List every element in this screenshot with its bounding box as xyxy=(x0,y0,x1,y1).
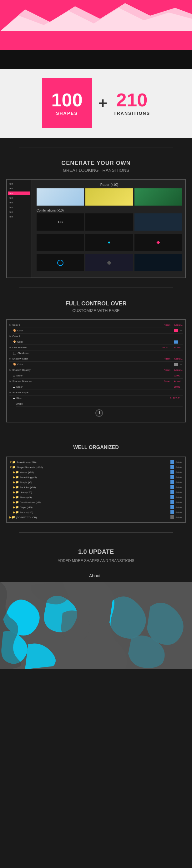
folder-row-10: ▶📁 Bursts (x10) Folder xyxy=(13,510,183,515)
shapes-block: 100 SHAPES xyxy=(42,78,92,128)
ctrl-opacity-value[interactable]: 22.00 xyxy=(171,374,180,377)
slider-icon-3: ▬ xyxy=(13,397,15,399)
folder-name-10: Bursts (x10) xyxy=(20,511,170,514)
folder-panel: ▼📁 Transitions (x210) Folder ▼📁 Shape El… xyxy=(6,457,186,523)
paper-grid xyxy=(37,188,182,206)
folder-section-header: WELL ORGANIZED xyxy=(0,441,192,454)
ctrl-color1-about[interactable]: About... xyxy=(174,323,183,327)
ctrl-color1-reset[interactable]: Reset xyxy=(161,323,170,327)
folder-icon-4: ▶📁 xyxy=(13,480,19,484)
sidebar-item-6[interactable]: item xyxy=(8,206,30,209)
fx-label-6: fx xyxy=(9,380,11,382)
sidebar-item-2[interactable]: item xyxy=(8,187,30,190)
folder-color-9 xyxy=(170,505,174,509)
ctrl-angle-value[interactable]: 0+125.0° xyxy=(170,397,180,400)
ctrl-angle-label-row: Angle xyxy=(16,401,183,407)
arrow-icon-1: → xyxy=(180,329,182,332)
divider-1 xyxy=(19,147,172,147)
ctrl-shadow-color-about[interactable]: About... xyxy=(174,357,183,360)
sidebar-item-5[interactable]: item xyxy=(8,201,30,204)
thumb-dark-5 xyxy=(85,234,133,251)
ctrl-shadow-opacity-reset[interactable]: Reset xyxy=(161,369,170,371)
folder-row-6: ▶📁 Lines (x20) Folder xyxy=(13,490,183,495)
ctrl-color2-row: fx Color 2 xyxy=(9,334,183,339)
ctrl-checkbox-name: Checkbox xyxy=(18,352,183,354)
ctrl-shadow-angle-name: Shadow Angle xyxy=(12,391,183,394)
folder-type-8: Folder xyxy=(175,501,183,504)
combinations-grid-2 xyxy=(37,234,182,251)
ctrl-color1-color: 🎨 Color → xyxy=(13,328,183,334)
ctrl-shadow-color-reset[interactable]: Reset xyxy=(161,357,170,360)
sidebar-item-1[interactable]: item xyxy=(8,182,30,186)
divider-3 xyxy=(19,432,172,432)
folder-row-9: ▶📁 Claps (x15) Folder xyxy=(13,505,183,510)
ctrl-color-label-1: Color xyxy=(17,329,174,332)
sidebar-item-3[interactable]: item xyxy=(8,191,30,195)
folder-color-11 xyxy=(170,515,174,519)
sidebar-item-4[interactable]: item xyxy=(8,196,30,199)
folder-color-5 xyxy=(170,485,174,489)
folder-icon-10: ▶📁 xyxy=(13,511,19,514)
folder-type-4: Folder xyxy=(175,481,183,484)
ctrl-use-shadow-about[interactable]: About... xyxy=(161,346,170,349)
ctrl-checkbox-row: Checkbox xyxy=(13,350,183,356)
thumb-yellow xyxy=(85,188,133,206)
ctrl-shadow-distance-name: Shadow Distance xyxy=(12,380,161,383)
thumb-dark-8 xyxy=(85,254,133,271)
color-swatch-pink[interactable] xyxy=(174,329,178,332)
folder-name-11: (DO NOT TOUCH) xyxy=(16,516,170,519)
folder-row-8: ▶📁 Combinations (x10) Folder xyxy=(13,500,183,505)
folder-row-0: ▼📁 Transitions (x210) Folder xyxy=(9,460,183,465)
ctrl-slider-2: Slider xyxy=(16,385,171,388)
folder-name-4: Simple (x5) xyxy=(20,481,170,484)
ctrl-shadow-distance-about[interactable]: About... xyxy=(174,380,183,383)
folder-title: WELL ORGANIZED xyxy=(12,445,180,450)
angle-dial[interactable] xyxy=(95,409,103,417)
folder-type-7: Folder xyxy=(175,496,183,499)
thumb-dark-9 xyxy=(134,254,182,271)
folder-type-2: Folder xyxy=(175,471,183,474)
combinations-grid-3 xyxy=(37,254,182,271)
color-swatch-blue[interactable] xyxy=(174,340,178,344)
ctrl-slider-3: Slider xyxy=(16,397,170,400)
thumb-dark-3 xyxy=(134,213,182,230)
ctrl-color-label-3: Color xyxy=(17,363,174,366)
ctrl-shadow-opacity-name: Shadow Opacity xyxy=(12,369,161,371)
preview-content: Paper (x10) Combinations (x10) 1 : 1 xyxy=(37,183,182,271)
folder-icon-3: ▶📁 xyxy=(13,476,19,479)
slider-icon-1: ▬ xyxy=(13,375,15,377)
shapes-number: 100 xyxy=(51,91,83,110)
ctrl-distance-value[interactable]: 30.00 xyxy=(171,385,180,388)
color-swatch-gray[interactable] xyxy=(174,363,178,366)
ctrl-use-shadow-about2[interactable]: About... xyxy=(174,346,183,349)
shapes-label: SHAPES xyxy=(56,111,78,116)
fx-label-7: fx xyxy=(9,392,11,394)
folder-icon-5: ▶📁 xyxy=(13,486,19,489)
folder-color-7 xyxy=(170,495,174,499)
ctrl-shadow-opacity-about[interactable]: About... xyxy=(174,369,183,371)
folder-name-6: Lines (x20) xyxy=(20,491,170,494)
sidebar-item-7[interactable]: item xyxy=(8,210,30,214)
description-title: GENERATE YOUR OWN xyxy=(12,160,180,166)
folder-color-2 xyxy=(170,470,174,474)
color-icon-1: 🎨 xyxy=(13,329,16,332)
diamond-2-icon xyxy=(107,260,111,265)
transitions-block: 210 TRANSITIONS xyxy=(114,91,150,116)
divider-2 xyxy=(19,287,172,288)
dot-icon xyxy=(108,242,110,243)
combinations-label: Combinations (x10) xyxy=(37,209,182,212)
thumb-paper-1 xyxy=(37,188,84,206)
plus-sign: + xyxy=(98,94,107,112)
folder-type-6: Folder xyxy=(175,491,183,494)
sidebar-item-8[interactable]: item xyxy=(8,215,30,218)
settings-section: FULL CONTROL OVER CUSTOMIZE WITH EASE xyxy=(0,297,192,316)
circle-icon xyxy=(57,260,63,266)
ctrl-use-shadow-name: Use Shadow xyxy=(12,346,161,349)
preview-panel: item item item item item item item item … xyxy=(6,179,186,278)
checkbox-icon[interactable] xyxy=(13,352,16,355)
ctrl-use-shadow-row: fx Use Shadow About... About... xyxy=(9,345,183,350)
ctrl-shadow-distance-reset[interactable]: Reset xyxy=(161,380,170,383)
ctrl-shadow-color-row: fx Shadow Color Reset About... xyxy=(9,356,183,362)
paper-label: Paper (x10) xyxy=(37,183,182,186)
fx-label-4: fx xyxy=(9,358,11,360)
